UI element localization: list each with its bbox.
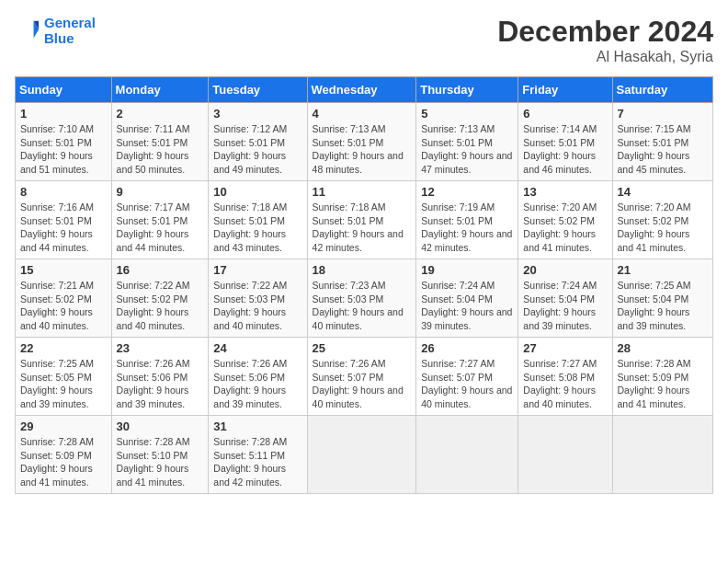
col-wednesday: Wednesday <box>307 77 416 103</box>
day-number: 3 <box>213 107 301 121</box>
cell-info: Sunrise: 7:27 AMSunset: 5:07 PMDaylight:… <box>421 357 513 411</box>
calendar-cell: 15 Sunrise: 7:21 AMSunset: 5:02 PMDaylig… <box>16 259 112 338</box>
calendar-table: Sunday Monday Tuesday Wednesday Thursday… <box>15 76 713 494</box>
calendar-cell: 9 Sunrise: 7:17 AMSunset: 5:01 PMDayligh… <box>111 181 209 259</box>
col-thursday: Thursday <box>416 77 518 103</box>
day-number: 4 <box>313 107 412 121</box>
calendar-cell: 13 Sunrise: 7:20 AMSunset: 5:02 PMDaylig… <box>518 181 612 259</box>
calendar-cell: 3 Sunrise: 7:12 AMSunset: 5:01 PMDayligh… <box>209 103 307 181</box>
calendar-cell: 6 Sunrise: 7:14 AMSunset: 5:01 PMDayligh… <box>518 103 612 181</box>
cell-info: Sunrise: 7:28 AMSunset: 5:11 PMDaylight:… <box>213 435 301 489</box>
calendar-row: 1 Sunrise: 7:10 AMSunset: 5:01 PMDayligh… <box>16 103 713 181</box>
col-friday: Friday <box>518 77 612 103</box>
cell-info: Sunrise: 7:25 AMSunset: 5:05 PMDaylight:… <box>20 357 107 411</box>
calendar-cell: 25 Sunrise: 7:26 AMSunset: 5:07 PMDaylig… <box>307 338 416 416</box>
day-number: 25 <box>313 341 412 355</box>
day-number: 11 <box>313 185 412 199</box>
day-number: 8 <box>20 185 107 199</box>
calendar-row: 15 Sunrise: 7:21 AMSunset: 5:02 PMDaylig… <box>16 259 713 338</box>
calendar-cell: 5 Sunrise: 7:13 AMSunset: 5:01 PMDayligh… <box>416 103 518 181</box>
calendar-cell: 12 Sunrise: 7:19 AMSunset: 5:01 PMDaylig… <box>416 181 518 259</box>
day-number: 27 <box>523 341 607 355</box>
calendar-cell: 29 Sunrise: 7:28 AMSunset: 5:09 PMDaylig… <box>16 416 112 494</box>
calendar-cell <box>518 416 612 494</box>
logo-text-general: General <box>44 15 96 30</box>
calendar-cell <box>416 416 518 494</box>
day-number: 20 <box>523 263 607 277</box>
calendar-row: 22 Sunrise: 7:25 AMSunset: 5:05 PMDaylig… <box>16 338 713 416</box>
calendar-cell: 31 Sunrise: 7:28 AMSunset: 5:11 PMDaylig… <box>209 416 307 494</box>
cell-info: Sunrise: 7:27 AMSunset: 5:08 PMDaylight:… <box>523 357 607 411</box>
col-monday: Monday <box>111 77 209 103</box>
title-section: December 2024 Al Hasakah, Syria <box>497 15 713 65</box>
cell-info: Sunrise: 7:26 AMSunset: 5:06 PMDaylight:… <box>117 357 204 411</box>
cell-info: Sunrise: 7:26 AMSunset: 5:07 PMDaylight:… <box>313 357 412 411</box>
calendar-cell: 2 Sunrise: 7:11 AMSunset: 5:01 PMDayligh… <box>111 103 209 181</box>
calendar-row: 29 Sunrise: 7:28 AMSunset: 5:09 PMDaylig… <box>16 416 713 494</box>
header: General Blue December 2024 Al Hasakah, S… <box>15 15 713 65</box>
day-number: 6 <box>523 107 607 121</box>
cell-info: Sunrise: 7:16 AMSunset: 5:01 PMDaylight:… <box>20 201 107 255</box>
calendar-cell: 22 Sunrise: 7:25 AMSunset: 5:05 PMDaylig… <box>16 338 112 416</box>
calendar-cell: 8 Sunrise: 7:16 AMSunset: 5:01 PMDayligh… <box>16 181 112 259</box>
calendar-cell: 4 Sunrise: 7:13 AMSunset: 5:01 PMDayligh… <box>307 103 416 181</box>
day-number: 12 <box>421 185 513 199</box>
calendar-cell: 16 Sunrise: 7:22 AMSunset: 5:02 PMDaylig… <box>111 259 209 338</box>
day-number: 15 <box>20 263 107 277</box>
cell-info: Sunrise: 7:28 AMSunset: 5:10 PMDaylight:… <box>117 435 204 489</box>
calendar-cell: 18 Sunrise: 7:23 AMSunset: 5:03 PMDaylig… <box>307 259 416 338</box>
logo-text-blue: Blue <box>44 30 96 46</box>
header-row: Sunday Monday Tuesday Wednesday Thursday… <box>16 77 713 103</box>
cell-info: Sunrise: 7:18 AMSunset: 5:01 PMDaylight:… <box>313 201 412 255</box>
day-number: 21 <box>618 263 708 277</box>
cell-info: Sunrise: 7:21 AMSunset: 5:02 PMDaylight:… <box>20 279 107 333</box>
cell-info: Sunrise: 7:23 AMSunset: 5:03 PMDaylight:… <box>313 279 412 333</box>
day-number: 19 <box>421 263 513 277</box>
cell-info: Sunrise: 7:28 AMSunset: 5:09 PMDaylight:… <box>20 435 107 489</box>
calendar-cell: 7 Sunrise: 7:15 AMSunset: 5:01 PMDayligh… <box>612 103 712 181</box>
day-number: 16 <box>117 263 204 277</box>
cell-info: Sunrise: 7:10 AMSunset: 5:01 PMDaylight:… <box>20 122 107 177</box>
day-number: 22 <box>20 341 107 355</box>
calendar-cell: 19 Sunrise: 7:24 AMSunset: 5:04 PMDaylig… <box>416 259 518 338</box>
day-number: 23 <box>117 341 204 355</box>
calendar-row: 8 Sunrise: 7:16 AMSunset: 5:01 PMDayligh… <box>16 181 713 259</box>
day-number: 13 <box>523 185 607 199</box>
day-number: 31 <box>213 419 301 433</box>
day-number: 1 <box>20 107 107 121</box>
day-number: 29 <box>20 419 107 433</box>
logo-icon <box>15 17 40 43</box>
cell-info: Sunrise: 7:18 AMSunset: 5:01 PMDaylight:… <box>213 201 301 255</box>
location-title: Al Hasakah, Syria <box>497 49 713 65</box>
month-title: December 2024 <box>497 15 713 49</box>
calendar-cell: 20 Sunrise: 7:24 AMSunset: 5:04 PMDaylig… <box>518 259 612 338</box>
cell-info: Sunrise: 7:24 AMSunset: 5:04 PMDaylight:… <box>523 279 607 333</box>
cell-info: Sunrise: 7:24 AMSunset: 5:04 PMDaylight:… <box>421 279 513 333</box>
day-number: 9 <box>117 185 204 199</box>
cell-info: Sunrise: 7:26 AMSunset: 5:06 PMDaylight:… <box>213 357 301 411</box>
cell-info: Sunrise: 7:22 AMSunset: 5:02 PMDaylight:… <box>117 279 204 333</box>
cell-info: Sunrise: 7:28 AMSunset: 5:09 PMDaylight:… <box>618 357 708 411</box>
calendar-cell: 1 Sunrise: 7:10 AMSunset: 5:01 PMDayligh… <box>16 103 112 181</box>
cell-info: Sunrise: 7:12 AMSunset: 5:01 PMDaylight:… <box>213 122 301 177</box>
calendar-cell: 28 Sunrise: 7:28 AMSunset: 5:09 PMDaylig… <box>612 338 712 416</box>
cell-info: Sunrise: 7:22 AMSunset: 5:03 PMDaylight:… <box>213 279 301 333</box>
calendar-cell: 11 Sunrise: 7:18 AMSunset: 5:01 PMDaylig… <box>307 181 416 259</box>
cell-info: Sunrise: 7:25 AMSunset: 5:04 PMDaylight:… <box>618 279 708 333</box>
calendar-cell: 14 Sunrise: 7:20 AMSunset: 5:02 PMDaylig… <box>612 181 712 259</box>
cell-info: Sunrise: 7:17 AMSunset: 5:01 PMDaylight:… <box>117 201 204 255</box>
calendar-cell <box>307 416 416 494</box>
calendar-cell: 24 Sunrise: 7:26 AMSunset: 5:06 PMDaylig… <box>209 338 307 416</box>
cell-info: Sunrise: 7:11 AMSunset: 5:01 PMDaylight:… <box>117 122 204 177</box>
calendar-cell <box>612 416 712 494</box>
calendar-cell: 21 Sunrise: 7:25 AMSunset: 5:04 PMDaylig… <box>612 259 712 338</box>
col-tuesday: Tuesday <box>209 77 307 103</box>
calendar-cell: 17 Sunrise: 7:22 AMSunset: 5:03 PMDaylig… <box>209 259 307 338</box>
day-number: 28 <box>618 341 708 355</box>
calendar-cell: 23 Sunrise: 7:26 AMSunset: 5:06 PMDaylig… <box>111 338 209 416</box>
day-number: 10 <box>213 185 301 199</box>
cell-info: Sunrise: 7:19 AMSunset: 5:01 PMDaylight:… <box>421 201 513 255</box>
calendar-cell: 10 Sunrise: 7:18 AMSunset: 5:01 PMDaylig… <box>209 181 307 259</box>
logo: General Blue <box>15 15 96 46</box>
calendar-cell: 30 Sunrise: 7:28 AMSunset: 5:10 PMDaylig… <box>111 416 209 494</box>
